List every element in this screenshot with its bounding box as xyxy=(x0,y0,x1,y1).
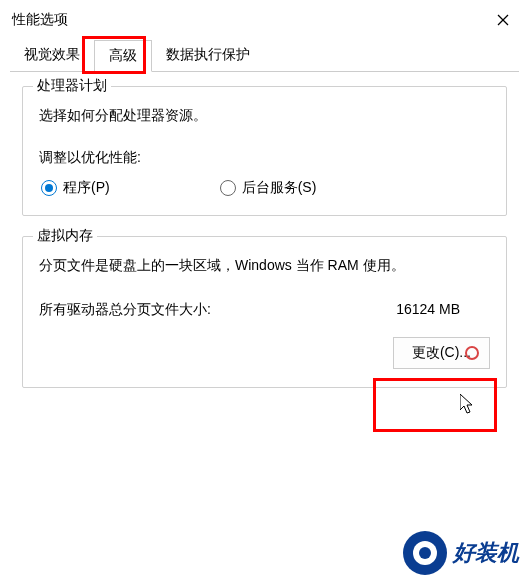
tab-bar: 视觉效果 高级 数据执行保护 xyxy=(10,40,519,72)
virtual-memory-group: 虚拟内存 分页文件是硬盘上的一块区域，Windows 当作 RAM 使用。 所有… xyxy=(22,236,507,388)
vm-desc: 分页文件是硬盘上的一块区域，Windows 当作 RAM 使用。 xyxy=(39,257,490,275)
radio-background-label: 后台服务(S) xyxy=(242,179,317,197)
processor-desc: 选择如何分配处理器资源。 xyxy=(39,107,490,125)
radio-programs[interactable]: 程序(P) xyxy=(41,179,110,197)
vm-total-row: 所有驱动器总分页文件大小: 16124 MB xyxy=(39,301,490,319)
processor-scheduling-group: 处理器计划 选择如何分配处理器资源。 调整以优化性能: 程序(P) 后台服务(S… xyxy=(22,86,507,216)
radio-programs-label: 程序(P) xyxy=(63,179,110,197)
radio-background-services[interactable]: 后台服务(S) xyxy=(220,179,317,197)
change-button-label: 更改(C)... xyxy=(412,344,471,360)
vm-total-label: 所有驱动器总分页文件大小: xyxy=(39,301,211,319)
close-button[interactable] xyxy=(489,6,517,34)
watermark: 好装机 xyxy=(403,531,519,575)
vm-total-value: 16124 MB xyxy=(396,301,460,319)
radio-icon xyxy=(220,180,236,196)
watermark-text: 好装机 xyxy=(453,538,519,568)
watermark-logo-icon xyxy=(403,531,447,575)
tab-dep[interactable]: 数据执行保护 xyxy=(152,40,264,71)
radio-icon xyxy=(41,180,57,196)
tab-content: 处理器计划 选择如何分配处理器资源。 调整以优化性能: 程序(P) 后台服务(S… xyxy=(0,72,529,422)
tab-advanced[interactable]: 高级 xyxy=(94,40,152,72)
vm-button-row: 更改(C)... xyxy=(39,337,490,369)
radio-group-performance: 程序(P) 后台服务(S) xyxy=(41,179,490,197)
annotation-click-marker xyxy=(465,346,479,360)
vm-group-title: 虚拟内存 xyxy=(33,227,97,245)
window-title: 性能选项 xyxy=(12,11,68,29)
titlebar: 性能选项 xyxy=(0,0,529,36)
adjust-label: 调整以优化性能: xyxy=(39,149,490,167)
tab-visual-effects[interactable]: 视觉效果 xyxy=(10,40,94,71)
processor-group-title: 处理器计划 xyxy=(33,77,111,95)
close-icon xyxy=(497,14,509,26)
change-button[interactable]: 更改(C)... xyxy=(393,337,490,369)
